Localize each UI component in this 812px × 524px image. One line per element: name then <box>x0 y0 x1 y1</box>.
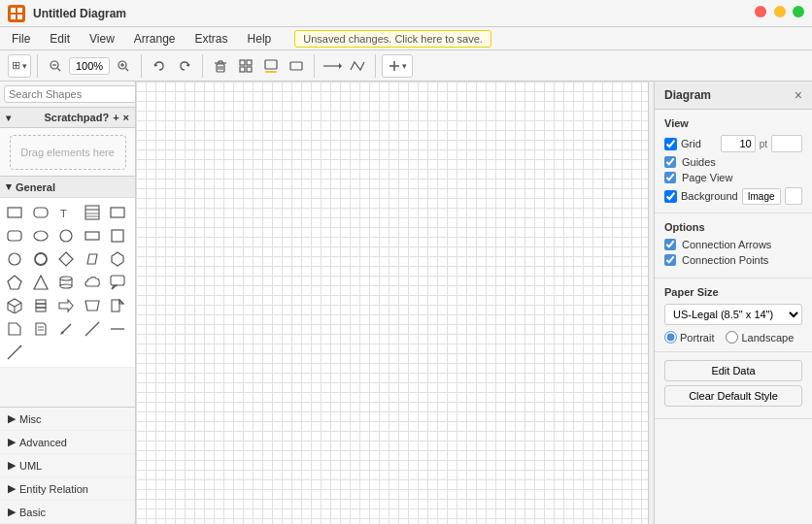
menu-extras[interactable]: Extras <box>191 30 232 48</box>
shape-line-2[interactable] <box>107 318 128 340</box>
pageview-row: Page View <box>664 172 802 183</box>
shape-line-3[interactable] <box>4 342 25 363</box>
unsaved-banner[interactable]: Unsaved changes. Click here to save. <box>294 30 491 48</box>
zoom-level[interactable]: 100% <box>69 57 110 75</box>
shape-rect-outline[interactable] <box>107 202 128 223</box>
shape-cylinder[interactable] <box>55 272 77 293</box>
undo-button[interactable] <box>148 54 171 78</box>
connection-arrows-checkbox[interactable] <box>664 239 676 250</box>
format-button[interactable] <box>234 54 257 78</box>
shape-parallelogram[interactable] <box>82 248 103 270</box>
shape-diamond[interactable] <box>55 248 77 270</box>
shape-doc-folded[interactable] <box>30 318 51 340</box>
connection-points-checkbox[interactable] <box>664 254 676 266</box>
view-toggle-button[interactable]: ⊞ ▾ <box>8 54 31 78</box>
uml-section[interactable]: ▶ UML <box>0 454 135 477</box>
shape-line-1[interactable] <box>82 318 103 340</box>
grid-pt-input[interactable] <box>721 135 756 152</box>
shape-callout[interactable] <box>107 272 128 293</box>
scratchpad-header[interactable]: ▾ Scratchpad ? + × <box>0 108 135 128</box>
connection-points-label: Connection Points <box>682 254 802 266</box>
scratchpad-close-icon[interactable]: × <box>123 112 129 123</box>
shape-pentagon[interactable] <box>4 272 25 293</box>
canvas-area[interactable] <box>136 82 648 524</box>
svg-marker-27 <box>339 63 342 69</box>
connection-style-button[interactable] <box>321 54 344 78</box>
zoom-in-button[interactable] <box>112 54 135 78</box>
scratchpad-help-icon[interactable]: ? <box>102 112 109 123</box>
shape-triangle[interactable] <box>30 272 51 293</box>
scratchpad-add-icon[interactable]: + <box>113 112 118 123</box>
paper-size-select[interactable]: US-Letter (8.5" x 11") US-Legal (8.5" x … <box>664 304 802 325</box>
landscape-radio[interactable] <box>726 331 738 344</box>
svg-line-10 <box>126 68 129 71</box>
shape-rounded-rect[interactable] <box>30 202 51 223</box>
menu-view[interactable]: View <box>85 30 118 48</box>
panel-close-button[interactable]: × <box>795 87 802 103</box>
clear-default-style-button[interactable]: Clear Default Style <box>664 385 802 407</box>
menu-help[interactable]: Help <box>244 30 276 48</box>
shapes-list: ▾ General T <box>0 177 135 407</box>
guides-label: Guides <box>682 156 802 168</box>
shape-square[interactable] <box>107 225 128 246</box>
shape-list[interactable] <box>82 202 103 223</box>
shape-hexagon[interactable] <box>107 248 128 270</box>
delete-button[interactable] <box>209 54 232 78</box>
menu-file[interactable]: File <box>8 30 34 48</box>
background-row: Background Image <box>664 187 802 205</box>
shape-cube[interactable] <box>4 295 25 316</box>
shape-pen[interactable] <box>55 318 77 340</box>
grid-checkbox[interactable] <box>664 138 677 150</box>
shape-rect-2[interactable] <box>82 225 103 246</box>
shape-cloud[interactable] <box>82 272 103 293</box>
background-checkbox[interactable] <box>664 190 677 203</box>
edit-data-button[interactable]: Edit Data <box>664 360 802 381</box>
background-image-button[interactable]: Image <box>742 188 781 205</box>
scratchpad-drop-area: Drag elements here <box>10 135 126 170</box>
menu-bar: File Edit View Arrange Extras Help Unsav… <box>0 27 812 50</box>
guides-checkbox[interactable] <box>664 156 676 168</box>
svg-rect-21 <box>240 67 245 72</box>
panel-title: Diagram <box>664 88 711 102</box>
portrait-radio[interactable] <box>664 331 677 344</box>
shape-doc[interactable] <box>4 318 25 340</box>
shape-circle-3[interactable] <box>30 248 51 270</box>
shape-rounded-rect-2[interactable] <box>4 225 25 246</box>
entity-relation-section[interactable]: ▶ Entity Relation <box>0 477 135 501</box>
shape-ellipse[interactable] <box>30 225 51 246</box>
redo-button[interactable] <box>173 54 196 78</box>
uml-arrow: ▶ <box>8 459 16 472</box>
search-input[interactable] <box>4 85 136 103</box>
shape-text[interactable]: T <box>55 202 77 223</box>
insert-button[interactable]: ▾ <box>382 54 413 78</box>
fill-color-button[interactable] <box>259 54 283 78</box>
shape-trapezoid[interactable] <box>82 295 103 316</box>
svg-rect-23 <box>265 60 277 69</box>
svg-marker-64 <box>85 301 99 311</box>
zoom-out-button[interactable] <box>44 54 67 78</box>
title-bar: Untitled Diagram <box>0 0 812 27</box>
search-bar: 🔍 <box>0 82 135 108</box>
advanced-section[interactable]: ▶ Advanced <box>0 431 135 454</box>
minimize-window[interactable] <box>774 6 786 17</box>
shape-rectangle[interactable] <box>4 202 25 223</box>
sidebar-bottom: ▶ Misc ▶ Advanced ▶ UML ▶ Entity Relatio… <box>0 407 135 524</box>
grid-color-box[interactable] <box>771 135 802 152</box>
basic-section[interactable]: ▶ Basic <box>0 501 135 524</box>
waypoint-button[interactable] <box>346 54 369 78</box>
menu-edit[interactable]: Edit <box>46 30 74 48</box>
pageview-checkbox[interactable] <box>664 172 676 183</box>
menu-arrange[interactable]: Arrange <box>130 30 180 48</box>
misc-section[interactable]: ▶ Misc <box>0 408 135 431</box>
shape-stack[interactable] <box>30 295 51 316</box>
shape-arrow-right[interactable] <box>55 295 77 316</box>
shape-circle[interactable] <box>55 225 77 246</box>
shape-circle-2[interactable] <box>4 248 25 270</box>
close-window[interactable] <box>755 6 766 17</box>
svg-rect-54 <box>111 276 124 285</box>
general-section-header[interactable]: ▾ General <box>0 177 135 198</box>
maximize-window[interactable] <box>793 6 804 17</box>
background-color-box[interactable] <box>785 187 802 205</box>
shape-style-button[interactable] <box>285 54 308 78</box>
shape-rect-3[interactable] <box>107 295 128 316</box>
